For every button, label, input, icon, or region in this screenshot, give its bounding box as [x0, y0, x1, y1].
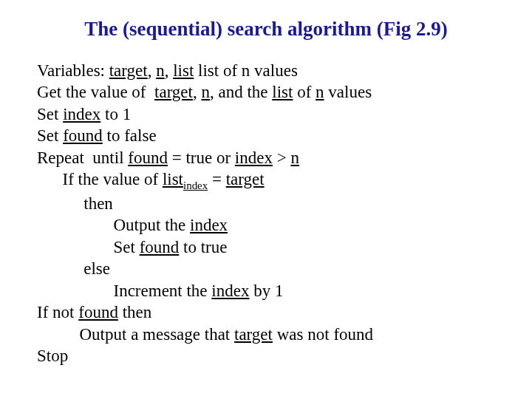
text: > — [273, 149, 290, 167]
text: Repeat until — [37, 149, 128, 167]
text: values — [324, 83, 372, 101]
text: Get the value of — [37, 83, 154, 101]
algo-line: Set found to true — [37, 236, 495, 258]
text: Increment the — [37, 282, 211, 300]
text: , — [148, 61, 157, 80]
kw: index — [235, 149, 273, 167]
algo-line: Output a message that target was not fou… — [37, 324, 495, 345]
text: Output a message that — [37, 325, 234, 344]
kw: n — [201, 83, 210, 101]
kw: target — [154, 83, 193, 101]
text: by 1 — [249, 282, 283, 300]
text: If the value of — [37, 170, 163, 188]
text: list of n values — [194, 61, 298, 80]
kw: found — [128, 149, 168, 167]
text: to true — [179, 238, 227, 256]
var-target: target — [109, 61, 148, 80]
kw: index — [211, 282, 249, 300]
text: , — [193, 83, 202, 101]
var-n: n — [156, 61, 165, 80]
algo-line: Increment the index by 1 — [37, 280, 495, 301]
slide-title: The (sequential) search algorithm (Fig 2… — [37, 18, 495, 41]
text: Output the — [37, 216, 190, 234]
algo-line: Get the value of target, n, and the list… — [37, 81, 495, 103]
kw: list — [272, 83, 293, 101]
algorithm-body: Variables: target, n, list list of n val… — [37, 60, 495, 366]
text: to false — [103, 126, 157, 145]
text: Set — [37, 238, 140, 256]
kw: found — [140, 238, 180, 256]
kw: target — [234, 325, 273, 344]
kw: list — [163, 170, 183, 188]
algo-line: Output the index — [37, 214, 495, 236]
algo-line: Set found to false — [37, 125, 495, 146]
text: to 1 — [100, 105, 131, 123]
algo-line: Repeat until found = true or index > n — [37, 147, 495, 168]
text: Set — [37, 126, 63, 145]
text: = true or — [168, 149, 235, 167]
text: = — [208, 170, 225, 188]
variables-line: Variables: target, n, list list of n val… — [37, 60, 495, 81]
text: If not — [37, 303, 78, 321]
kw: found — [78, 303, 118, 321]
text: was not found — [273, 325, 373, 344]
kw: index — [190, 216, 228, 234]
subscript: index — [183, 180, 208, 191]
algo-line: then — [37, 193, 495, 214]
algo-line: else — [37, 258, 495, 279]
text: , and the — [210, 83, 272, 101]
algo-line: Stop — [37, 345, 495, 366]
var-list: list — [173, 61, 194, 80]
kw: n — [316, 83, 324, 101]
kw: n — [290, 149, 299, 167]
text: of — [293, 83, 316, 101]
text: , — [165, 61, 174, 80]
algo-line: If the value of listindex = target — [37, 168, 495, 193]
algo-line: Set index to 1 — [37, 103, 495, 125]
kw: target — [226, 170, 265, 188]
text: Variables: — [37, 61, 109, 80]
kw: index — [63, 105, 100, 123]
text: then — [118, 303, 151, 321]
slide: The (sequential) search algorithm (Fig 2… — [0, 0, 532, 399]
kw: found — [63, 126, 103, 145]
algo-line: If not found then — [37, 301, 495, 323]
text: Set — [37, 105, 63, 123]
